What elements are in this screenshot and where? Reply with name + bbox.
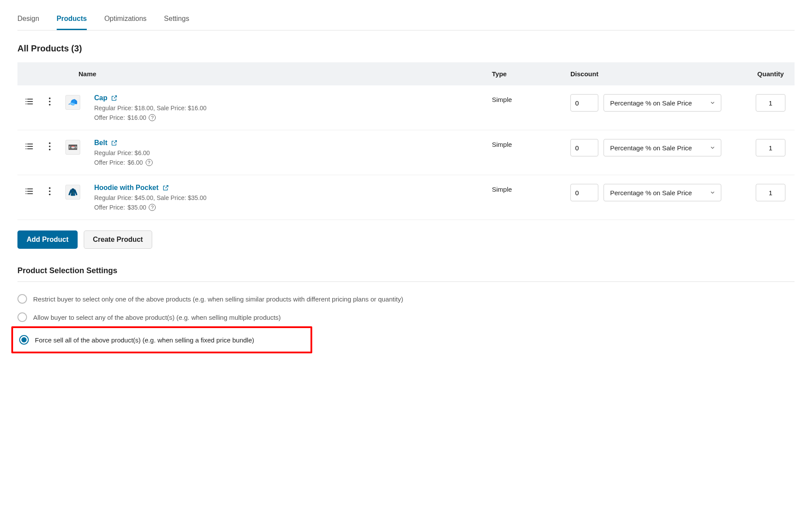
products-table: Name Type Discount Quantity 🧢 Cap Regula… [17, 62, 795, 220]
row-menu-icon[interactable] [48, 146, 51, 152]
price-offer-value: $6.00 [128, 159, 143, 166]
tab-settings[interactable]: Settings [164, 9, 189, 30]
tab-optimizations[interactable]: Optimizations [104, 9, 147, 30]
cell-type: Simple [485, 175, 563, 220]
svg-rect-11 [26, 146, 27, 147]
drag-handle-icon[interactable] [24, 101, 34, 108]
row-menu-icon[interactable] [48, 101, 51, 108]
price-sale-label: Sale Price: [157, 105, 186, 112]
price-line-1: Regular Price: $18.00, Sale Price: $16.0… [94, 105, 478, 112]
chevron-down-icon [710, 100, 716, 106]
svg-point-25 [49, 190, 51, 192]
th-type: Type [485, 62, 563, 85]
chevron-down-icon [710, 145, 716, 151]
quantity-input[interactable] [756, 94, 785, 112]
thumbnail: 📼 [65, 140, 80, 155]
tab-bar: DesignProductsOptimizationsSettings [17, 9, 795, 30]
radio-icon [17, 294, 27, 304]
svg-rect-20 [26, 191, 27, 192]
price-offer-label: Offer Price: [94, 204, 125, 211]
svg-point-8 [49, 104, 51, 106]
svg-point-7 [49, 101, 51, 102]
price-sale-value: $16.00 [188, 105, 207, 112]
chevron-down-icon [710, 190, 716, 196]
svg-rect-21 [27, 191, 33, 192]
svg-rect-10 [27, 144, 33, 145]
product-link[interactable]: Cap [94, 94, 107, 102]
cell-type: Simple [485, 85, 563, 130]
radio-option[interactable]: Restrict buyer to select only one of the… [17, 290, 795, 308]
svg-rect-3 [27, 101, 33, 102]
price-regular-value: $45.00 [135, 194, 154, 201]
table-header-row: Name Type Discount Quantity [17, 62, 795, 85]
row-menu-icon[interactable] [48, 190, 51, 197]
tab-design[interactable]: Design [17, 9, 39, 30]
price-offer-label: Offer Price: [94, 159, 125, 166]
radio-option[interactable]: Allow buyer to select any of the above p… [17, 308, 795, 326]
highlight-box: Force sell all of the above product(s) (… [11, 326, 312, 353]
svg-point-15 [49, 142, 51, 144]
svg-rect-23 [27, 193, 33, 194]
radio-icon [19, 335, 29, 345]
svg-rect-13 [26, 149, 27, 149]
radio-icon [17, 312, 27, 322]
price-offer-value: $16.00 [128, 114, 147, 121]
svg-rect-5 [27, 104, 33, 105]
product-link[interactable]: Hoodie with Pocket [94, 184, 159, 192]
drag-handle-icon[interactable] [24, 146, 34, 152]
discount-value-input[interactable] [570, 184, 598, 201]
quantity-input[interactable] [756, 184, 785, 201]
radio-option[interactable]: Force sell all of the above product(s) (… [17, 331, 306, 349]
radio-label: Force sell all of the above product(s) (… [35, 336, 254, 344]
discount-type-label: Percentage % on Sale Price [610, 189, 692, 196]
price-regular-label: Regular Price: [94, 105, 133, 112]
radio-label: Allow buyer to select any of the above p… [33, 314, 281, 321]
th-name: Name [17, 62, 485, 85]
svg-rect-19 [27, 189, 33, 190]
price-sale-label: Sale Price: [157, 194, 186, 201]
drag-handle-icon[interactable] [24, 190, 34, 197]
thumbnail: 🧢 [65, 95, 80, 110]
price-line-1: Regular Price: $45.00, Sale Price: $35.0… [94, 194, 478, 201]
price-regular-label: Regular Price: [94, 194, 133, 201]
discount-type-select[interactable]: Percentage % on Sale Price [604, 94, 721, 112]
price-offer-value: $35.00 [128, 204, 147, 211]
discount-type-select[interactable]: Percentage % on Sale Price [604, 139, 721, 156]
quantity-input[interactable] [756, 139, 785, 156]
price-line-2: Offer Price: $35.00 ? [94, 204, 478, 211]
svg-rect-4 [26, 104, 27, 105]
svg-rect-18 [26, 189, 27, 190]
create-product-button[interactable]: Create Product [84, 230, 152, 249]
table-row: 🧢 Cap Regular Price: $18.00, Sale Price:… [17, 85, 795, 130]
tab-products[interactable]: Products [57, 9, 87, 30]
price-regular-value: $6.00 [135, 149, 150, 156]
price-sale-value: $35.00 [188, 194, 207, 201]
discount-type-select[interactable]: Percentage % on Sale Price [604, 184, 721, 201]
discount-type-label: Percentage % on Sale Price [610, 99, 692, 107]
table-row: 🧥 Hoodie with Pocket Regular Price: $45.… [17, 175, 795, 220]
external-link-icon[interactable] [162, 184, 169, 191]
help-icon[interactable]: ? [149, 114, 156, 121]
svg-rect-9 [26, 144, 27, 145]
svg-rect-1 [27, 99, 33, 100]
discount-type-label: Percentage % on Sale Price [610, 144, 692, 152]
price-offer-label: Offer Price: [94, 114, 125, 121]
help-icon[interactable]: ? [149, 204, 156, 211]
th-quantity: Quantity [747, 62, 795, 85]
buttons-row: Add Product Create Product [17, 230, 795, 249]
svg-point-26 [49, 194, 51, 196]
add-product-button[interactable]: Add Product [17, 230, 78, 249]
price-regular-value: $18.00 [135, 105, 154, 112]
radio-label: Restrict buyer to select only one of the… [33, 295, 403, 303]
svg-rect-0 [26, 99, 27, 100]
help-icon[interactable]: ? [146, 159, 153, 166]
settings-title: Product Selection Settings [17, 266, 795, 282]
thumbnail: 🧥 [65, 185, 80, 200]
product-link[interactable]: Belt [94, 139, 107, 147]
external-link-icon[interactable] [111, 139, 118, 146]
external-link-icon[interactable] [111, 95, 118, 102]
discount-value-input[interactable] [570, 139, 598, 156]
svg-rect-14 [27, 149, 33, 149]
th-discount: Discount [563, 62, 747, 85]
discount-value-input[interactable] [570, 94, 598, 112]
